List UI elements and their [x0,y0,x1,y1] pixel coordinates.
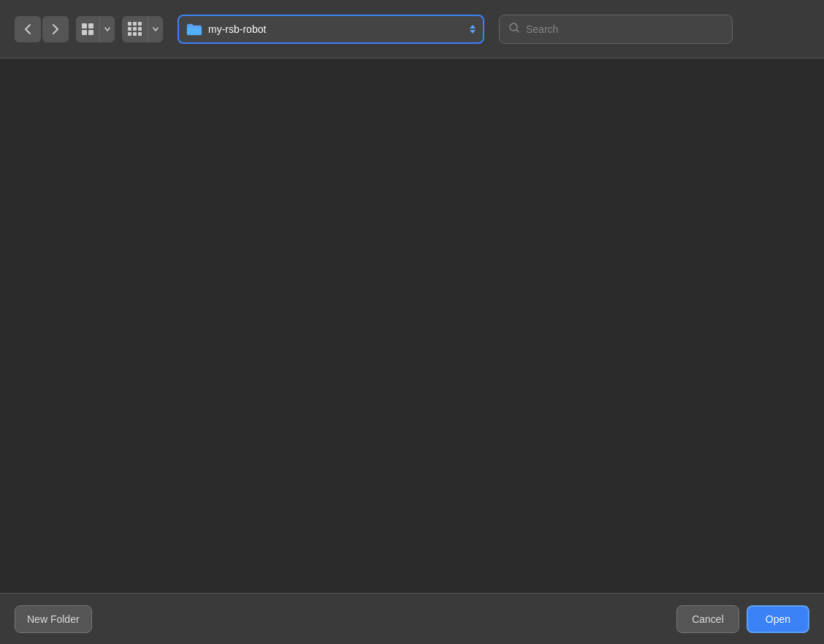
grid-2x2-icon [82,23,94,35]
search-bar [499,15,733,44]
search-input[interactable] [526,23,723,35]
new-folder-button[interactable]: New Folder [15,605,92,633]
cancel-button[interactable]: Cancel [676,605,739,633]
view-mode-button-2[interactable] [122,16,148,42]
view-mode-selector [76,16,115,42]
view-mode-dropdown-button[interactable] [99,16,115,42]
toolbar: my-rsb-robot [0,0,824,58]
location-text: my-rsb-robot [208,23,464,35]
back-button[interactable] [15,16,41,42]
view-mode-dropdown-button-2[interactable] [148,16,163,42]
view-mode-selector-2 [122,16,163,42]
bottom-bar: New Folder Cancel Open [0,593,824,644]
grid-3x3-icon [128,22,142,36]
folder-icon [186,23,202,36]
bottom-right-buttons: Cancel Open [676,605,809,633]
stepper-up-icon [470,25,476,28]
nav-buttons [15,16,69,42]
open-button[interactable]: Open [747,605,809,633]
location-bar[interactable]: my-rsb-robot [178,15,484,44]
view-mode-button[interactable] [76,16,99,42]
stepper-down-icon [470,30,476,34]
forward-button[interactable] [42,16,69,42]
search-icon [508,22,520,37]
svg-rect-0 [187,28,202,35]
location-stepper[interactable] [470,25,476,34]
file-browser-content [0,58,824,593]
